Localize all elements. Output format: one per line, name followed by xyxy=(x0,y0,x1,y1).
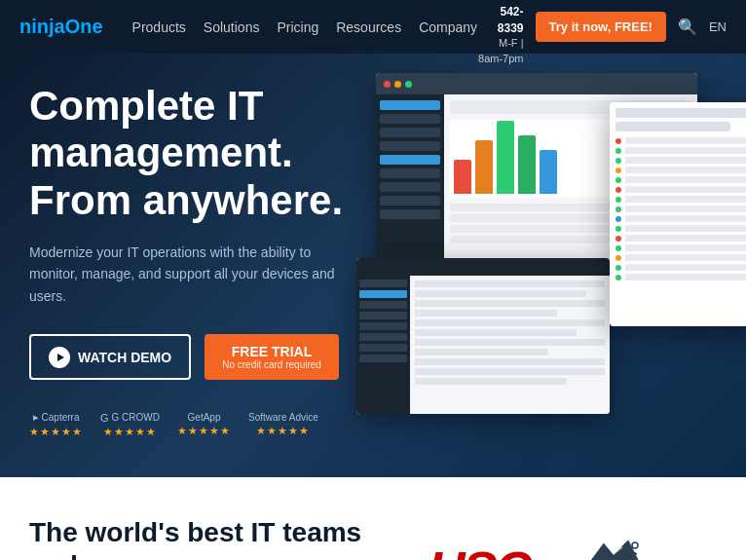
hero-buttons: WATCH DEMO FREE TRIAL No credit card req… xyxy=(29,334,399,380)
logo-ninja: ninja xyxy=(19,16,65,38)
svg-point-2 xyxy=(632,542,638,548)
chart-bar-4 xyxy=(518,135,536,194)
logo[interactable]: ninjaOne xyxy=(19,16,103,38)
usc-logo: USC xyxy=(429,544,530,560)
free-trial-button[interactable]: FREE TRIAL No credit card required xyxy=(205,334,339,380)
nav-pricing[interactable]: Pricing xyxy=(277,19,318,35)
header: ninjaOne Products Solutions Pricing Reso… xyxy=(0,0,746,54)
lower-left: The world's best IT teams and MSPs use N… xyxy=(29,516,390,560)
hero-headline: Complete IT management. From anywhere. xyxy=(29,83,399,224)
header-right: +1 888 542-8339 M-F | 8am-7pm Try it now… xyxy=(477,0,727,66)
nav-solutions[interactable]: Solutions xyxy=(204,19,260,35)
chart-bar-5 xyxy=(540,150,557,194)
hero-section: Complete IT management. From anywhere. M… xyxy=(0,54,746,477)
mockup-third xyxy=(610,102,746,326)
nav: Products Solutions Pricing Resources Com… xyxy=(132,19,477,35)
watch-demo-button[interactable]: WATCH DEMO xyxy=(29,334,191,380)
try-now-button[interactable]: Try it now, FREE! xyxy=(536,12,666,42)
rating-capterra: ▸Capterra ★★★★★ xyxy=(29,411,83,438)
rating-gcrowd: GG CROWD ★★★★★ xyxy=(100,412,160,438)
hero-subtext: Modernize your IT operations with the ab… xyxy=(29,242,351,307)
lower-section: The world's best IT teams and MSPs use N… xyxy=(0,477,746,560)
ratings-bar: ▸Capterra ★★★★★ GG CROWD ★★★★★ GetApp ★★… xyxy=(29,411,399,438)
rating-software-advice: Software Advice ★★★★★ xyxy=(248,412,318,437)
chart-bar-3 xyxy=(497,121,514,194)
play-icon xyxy=(49,347,70,368)
traeger-logo: TRAEGER WOOD PELLET GRILLS xyxy=(559,536,668,560)
business-hours: M-F | 8am-7pm xyxy=(477,36,523,66)
mockup-topbar xyxy=(376,73,697,94)
nav-resources[interactable]: Resources xyxy=(336,19,401,35)
contact-info: +1 888 542-8339 M-F | 8am-7pm xyxy=(477,0,523,66)
language-selector[interactable]: EN xyxy=(709,19,727,34)
phone-number: +1 888 542-8339 xyxy=(477,0,523,36)
logo-one: One xyxy=(65,16,103,38)
hero-screenshots xyxy=(356,73,746,414)
chart-bar-2 xyxy=(475,140,493,194)
hero-left: Complete IT management. From anywhere. M… xyxy=(29,83,399,438)
traeger-mountain-icon xyxy=(575,536,653,560)
rating-getapp: GetApp ★★★★★ xyxy=(177,412,231,437)
lower-heading: The world's best IT teams and MSPs use N… xyxy=(29,516,390,560)
chart-bar-1 xyxy=(454,160,471,194)
lower-logos: USC TRAEGER WOOD PELLET GRILLS xyxy=(429,516,668,560)
usc-text: USC xyxy=(429,544,530,560)
nav-products[interactable]: Products xyxy=(132,19,186,35)
search-icon[interactable]: 🔍 xyxy=(678,18,697,36)
nav-company[interactable]: Company xyxy=(419,19,477,35)
